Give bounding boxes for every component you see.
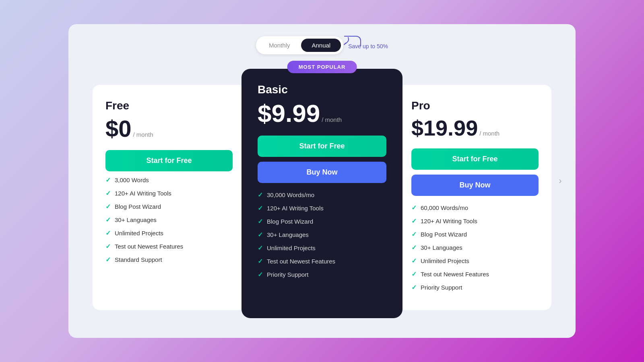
list-item: ✓ Test out Newest Features: [258, 257, 386, 265]
next-arrow[interactable]: ›: [553, 174, 568, 188]
basic-plan-price: $9.99 / month: [258, 101, 386, 126]
pro-price-amount: $19.99: [411, 117, 478, 139]
pro-start-button[interactable]: Start for Free: [411, 148, 539, 170]
monthly-toggle-btn[interactable]: Monthly: [258, 39, 301, 52]
pro-plan-price: $19.99 / month: [411, 117, 539, 139]
pro-price-period: / month: [479, 130, 500, 137]
list-item: ✓ Priority Support: [411, 284, 539, 291]
basic-price-amount: $9.99: [258, 101, 320, 126]
list-item: ✓ 120+ AI Writing Tools: [105, 189, 233, 197]
check-icon: ✓: [105, 243, 111, 250]
basic-plan-card: MOST POPULAR Basic $9.99 / month Start f…: [242, 69, 402, 318]
list-item: ✓ Unlimited Projects: [105, 229, 233, 237]
list-item: ✓ 30+ Languages: [411, 244, 539, 251]
check-icon: ✓: [105, 176, 111, 184]
list-item: ✓ 30+ Languages: [105, 216, 233, 224]
check-icon: ✓: [105, 203, 111, 210]
check-icon: ✓: [258, 218, 263, 225]
most-popular-badge: MOST POPULAR: [287, 61, 357, 73]
check-icon: ✓: [258, 271, 263, 278]
check-icon: ✓: [258, 231, 263, 239]
pricing-container: Monthly Annual Save up to 50% Free $0 / …: [68, 24, 576, 338]
list-item: ✓ 120+ AI Writing Tools: [258, 204, 386, 212]
billing-toggle-row: Monthly Annual Save up to 50%: [256, 36, 388, 54]
pro-plan-name: Pro: [411, 99, 539, 112]
list-item: ✓ 3,000 Words: [105, 176, 233, 184]
check-icon: ✓: [258, 244, 263, 252]
pro-feature-list: ✓ 60,000 Words/mo ✓ 120+ AI Writing Tool…: [411, 204, 539, 291]
list-item: ✓ Blog Post Wizard: [258, 218, 386, 225]
list-item: ✓ Standard Support: [105, 256, 233, 263]
check-icon: ✓: [411, 217, 417, 225]
list-item: ✓ Test out Newest Features: [105, 243, 233, 250]
list-item: ✓ Unlimited Projects: [411, 257, 539, 265]
check-icon: ✓: [105, 256, 111, 263]
basic-buy-button[interactable]: Buy Now: [258, 162, 386, 183]
list-item: ✓ 30+ Languages: [258, 231, 386, 239]
check-icon: ✓: [411, 230, 417, 238]
plans-row: Free $0 / month Start for Free ✓ 3,000 W…: [85, 69, 559, 318]
pro-buy-button[interactable]: Buy Now: [411, 175, 539, 196]
free-price-amount: $0: [105, 117, 132, 140]
list-item: ✓ Test out Newest Features: [411, 270, 539, 278]
check-icon: ✓: [105, 216, 111, 224]
free-price-period: / month: [133, 131, 153, 138]
save-label: Save up to 50%: [348, 43, 388, 49]
check-icon: ✓: [258, 204, 263, 212]
check-icon: ✓: [105, 229, 111, 237]
list-item: ✓ Priority Support: [258, 271, 386, 278]
free-start-button[interactable]: Start for Free: [105, 150, 233, 171]
basic-price-period: / month: [322, 116, 342, 123]
list-item: ✓ Blog Post Wizard: [105, 203, 233, 210]
basic-feature-list: ✓ 30,000 Words/mo ✓ 120+ AI Writing Tool…: [258, 191, 386, 278]
billing-toggle: Monthly Annual: [256, 36, 343, 54]
check-icon: ✓: [258, 191, 263, 199]
free-plan-price: $0 / month: [105, 117, 233, 140]
free-plan-name: Free: [105, 99, 233, 112]
list-item: ✓ 30,000 Words/mo: [258, 191, 386, 199]
list-item: ✓ Blog Post Wizard: [411, 230, 539, 238]
check-icon: ✓: [411, 244, 417, 251]
list-item: ✓ Unlimited Projects: [258, 244, 386, 252]
list-item: ✓ 120+ AI Writing Tools: [411, 217, 539, 225]
check-icon: ✓: [258, 257, 263, 265]
free-plan-card: Free $0 / month Start for Free ✓ 3,000 W…: [93, 85, 246, 310]
check-icon: ✓: [411, 284, 417, 291]
basic-plan-name: Basic: [258, 83, 386, 96]
basic-start-button[interactable]: Start for Free: [258, 136, 386, 157]
check-icon: ✓: [411, 257, 417, 265]
check-icon: ✓: [411, 204, 417, 212]
check-icon: ✓: [411, 270, 417, 278]
check-icon: ✓: [105, 189, 111, 197]
pro-plan-card: Pro $19.99 / month Start for Free Buy No…: [398, 85, 551, 310]
free-feature-list: ✓ 3,000 Words ✓ 120+ AI Writing Tools ✓ …: [105, 176, 233, 263]
list-item: ✓ 60,000 Words/mo: [411, 204, 539, 212]
